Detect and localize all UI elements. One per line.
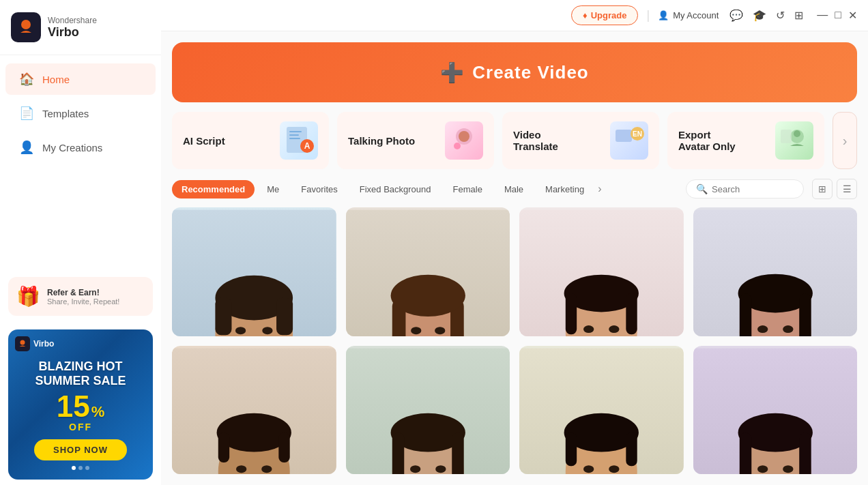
my-creations-icon: 👤 <box>19 140 34 155</box>
sidebar-item-templates[interactable]: 📄 Templates <box>5 98 156 129</box>
svg-point-60 <box>783 325 793 333</box>
chat-icon[interactable]: 💬 <box>729 9 743 22</box>
home-icon: 🏠 <box>19 72 34 87</box>
feature-card-talking-photo[interactable]: Talking Photo <box>337 112 494 169</box>
avatar-card-harper[interactable]: Harper-Promotion <box>693 207 858 336</box>
shop-now-button[interactable]: SHOP NOW <box>34 439 127 460</box>
avatar-img-elena <box>346 207 510 336</box>
filter-tab-fixed-background[interactable]: Fixed Background <box>350 180 441 199</box>
svg-point-50 <box>609 325 619 333</box>
refresh-icon[interactable]: ↺ <box>776 9 785 22</box>
svg-rect-76 <box>392 432 403 474</box>
svg-rect-4 <box>289 134 299 136</box>
svg-text:A: A <box>304 141 310 151</box>
sidebar-item-home[interactable]: 🏠 Home <box>5 63 156 95</box>
chevron-right-icon: › <box>843 133 848 149</box>
close-button[interactable]: ✕ <box>848 9 857 22</box>
avatar-card-elena[interactable]: Elena-Professional <box>346 207 510 336</box>
upgrade-diamond-icon: ♦ <box>583 10 588 20</box>
filter-tabs-row: Recommended Me Favorites Fixed Backgroun… <box>161 169 868 205</box>
promo-text-group: Refer & Earn! Share, Invite, Repeat! <box>47 288 119 306</box>
feature-card-ai-script[interactable]: AI Script A <box>172 112 329 169</box>
avatar-card-row2a[interactable]: ··· <box>172 346 336 475</box>
list-view-toggle[interactable]: ☰ <box>837 179 857 199</box>
search-input[interactable] <box>712 184 794 194</box>
svg-rect-94 <box>739 432 751 474</box>
svg-point-9 <box>459 131 469 142</box>
svg-point-97 <box>783 465 793 473</box>
feature-cards-next-button[interactable]: › <box>833 112 857 169</box>
grid-icon[interactable]: ⊞ <box>794 9 803 22</box>
sidebar: Wondershare Virbo 🏠 Home 📄 Templates 👤 M… <box>0 0 161 485</box>
filter-more-icon[interactable]: › <box>598 183 601 195</box>
avatar-card-row2c[interactable]: ··· <box>519 346 684 475</box>
graduation-icon[interactable]: 🎓 <box>753 9 766 22</box>
avatar-img-harper <box>693 207 858 336</box>
filter-tab-female[interactable]: Female <box>444 180 492 199</box>
app-logo: Wondershare Virbo <box>0 0 161 55</box>
filter-tab-marketing[interactable]: Marketing <box>536 180 594 199</box>
promo-subtitle: Share, Invite, Repeat! <box>47 297 119 306</box>
svg-rect-47 <box>566 293 577 334</box>
feature-export-avatar-label: Export Avatar Only <box>678 129 736 152</box>
hero-content: ➕ Create Video <box>440 61 588 84</box>
avatar-card-row2b[interactable]: ··· <box>346 346 510 475</box>
avatar-card-row2d[interactable]: ··· <box>693 346 858 475</box>
banner-pagination <box>72 466 89 470</box>
svg-rect-16 <box>781 130 792 143</box>
avatar-search-box: 🔍 <box>686 179 804 199</box>
grid-view-toggle[interactable]: ⊞ <box>812 179 833 199</box>
separator: | <box>646 8 650 23</box>
svg-rect-86 <box>626 432 637 466</box>
account-icon: 👤 <box>658 10 669 20</box>
main-content: ➕ Create Video AI Script A <box>161 31 868 485</box>
avatar-card-ruby[interactable]: Ruby-Games <box>519 207 684 336</box>
banner-title: BLAZING HOT SUMMER SALE 15 % <box>35 359 126 422</box>
window-controls: — □ ✕ <box>817 9 857 22</box>
avatar-img-row2d <box>693 346 858 475</box>
video-translate-thumbnail: EN <box>610 121 648 160</box>
svg-rect-85 <box>566 432 577 466</box>
svg-point-35 <box>390 275 465 317</box>
summer-sale-banner[interactable]: Virbo BLAZING HOT SUMMER SALE 15 % OFF S… <box>8 329 153 480</box>
filter-tab-favorites[interactable]: Favorites <box>291 180 347 199</box>
export-avatar-thumbnail <box>775 121 813 160</box>
account-button[interactable]: 👤 My Account <box>658 10 719 20</box>
svg-rect-48 <box>626 293 637 334</box>
filter-tab-me[interactable]: Me <box>257 180 289 199</box>
svg-rect-58 <box>799 293 811 336</box>
minimize-button[interactable]: — <box>817 9 828 22</box>
svg-rect-95 <box>799 432 811 474</box>
maximize-button[interactable]: □ <box>835 9 841 22</box>
filter-recommended-label: Recommended <box>182 184 245 194</box>
feature-cards-row: AI Script A Talking Photo <box>161 102 868 169</box>
filter-me-label: Me <box>267 184 279 194</box>
avatar-grid: Brandt-Casual <box>161 205 868 485</box>
filter-tab-recommended[interactable]: Recommended <box>172 180 255 199</box>
svg-rect-57 <box>739 293 751 336</box>
avatar-img-row2b <box>346 346 510 475</box>
templates-icon: 📄 <box>19 106 34 121</box>
upgrade-label: Upgrade <box>591 10 627 20</box>
main-area: ♦ Upgrade | 👤 My Account 💬 🎓 ↺ ⊞ — □ ✕ ➕… <box>161 0 868 485</box>
svg-point-15 <box>794 130 800 137</box>
banner-dot-1 <box>72 466 76 470</box>
avatar-img-ruby <box>519 207 684 336</box>
create-video-hero[interactable]: ➕ Create Video <box>172 42 857 102</box>
ai-script-thumbnail: A <box>280 121 318 160</box>
banner-title-line1: BLAZING HOT <box>35 359 126 374</box>
discount-unit: % <box>91 403 105 421</box>
sidebar-item-my-creations[interactable]: 👤 My Creations <box>5 132 156 163</box>
filter-tab-male[interactable]: Male <box>495 180 533 199</box>
banner-title-line2: SUMMER SALE <box>35 374 126 389</box>
feature-card-export-avatar[interactable]: Export Avatar Only <box>667 112 824 169</box>
sidebar-nav: 🏠 Home 📄 Templates 👤 My Creations <box>0 55 161 171</box>
feature-card-video-translate[interactable]: Video Translate EN <box>502 112 659 169</box>
upgrade-button[interactable]: ♦ Upgrade <box>571 5 638 25</box>
avatar-card-brandt[interactable]: Brandt-Casual <box>172 207 336 336</box>
svg-point-49 <box>583 325 594 333</box>
svg-point-88 <box>609 465 619 473</box>
refer-earn-promo[interactable]: 🎁 Refer & Earn! Share, Invite, Repeat! <box>8 277 153 316</box>
svg-rect-11 <box>616 130 632 142</box>
off-label: OFF <box>69 422 92 432</box>
